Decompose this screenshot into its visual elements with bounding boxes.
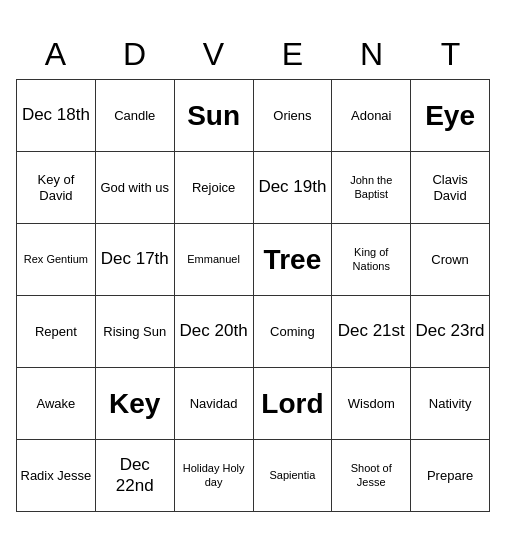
cell-r0-c5: Eye	[411, 80, 490, 152]
cell-r1-c2: Rejoice	[175, 152, 254, 224]
cell-r2-c0: Rex Gentium	[17, 224, 96, 296]
cell-r0-c0: Dec 18th	[17, 80, 96, 152]
cell-r2-c5: Crown	[411, 224, 490, 296]
cell-r5-c1: Dec 22nd	[96, 440, 175, 512]
cell-r4-c0: Awake	[17, 368, 96, 440]
cell-r1-c1: God with us	[96, 152, 175, 224]
cell-r2-c2: Emmanuel	[175, 224, 254, 296]
cell-r3-c3: Coming	[254, 296, 333, 368]
cell-r0-c2: Sun	[175, 80, 254, 152]
bingo-header: ADVENT	[16, 32, 490, 77]
cell-r1-c4: John the Baptist	[332, 152, 411, 224]
header-letter-e: E	[253, 32, 332, 77]
cell-r3-c4: Dec 21st	[332, 296, 411, 368]
cell-r3-c1: Rising Sun	[96, 296, 175, 368]
cell-r2-c1: Dec 17th	[96, 224, 175, 296]
cell-r2-c4: King of Nations	[332, 224, 411, 296]
cell-r4-c1: Key	[96, 368, 175, 440]
cell-r4-c5: Nativity	[411, 368, 490, 440]
cell-r5-c0: Radix Jesse	[17, 440, 96, 512]
cell-r1-c0: Key of David	[17, 152, 96, 224]
cell-r1-c5: Clavis David	[411, 152, 490, 224]
header-letter-t: T	[411, 32, 490, 77]
cell-r5-c2: Holiday Holy day	[175, 440, 254, 512]
header-letter-a: A	[16, 32, 95, 77]
cell-r0-c4: Adonai	[332, 80, 411, 152]
header-letter-d: D	[95, 32, 174, 77]
cell-r3-c2: Dec 20th	[175, 296, 254, 368]
cell-r3-c5: Dec 23rd	[411, 296, 490, 368]
cell-r0-c3: Oriens	[254, 80, 333, 152]
cell-r5-c4: Shoot of Jesse	[332, 440, 411, 512]
cell-r0-c1: Candle	[96, 80, 175, 152]
cell-r4-c2: Navidad	[175, 368, 254, 440]
cell-r5-c3: Sapientia	[254, 440, 333, 512]
cell-r2-c3: Tree	[254, 224, 333, 296]
header-letter-v: V	[174, 32, 253, 77]
cell-r5-c5: Prepare	[411, 440, 490, 512]
cell-r3-c0: Repent	[17, 296, 96, 368]
cell-r4-c4: Wisdom	[332, 368, 411, 440]
cell-r1-c3: Dec 19th	[254, 152, 333, 224]
bingo-card: ADVENT Dec 18thCandleSunOriensAdonaiEyeK…	[8, 24, 498, 520]
header-letter-n: N	[332, 32, 411, 77]
cell-r4-c3: Lord	[254, 368, 333, 440]
bingo-grid: Dec 18thCandleSunOriensAdonaiEyeKey of D…	[16, 79, 490, 512]
